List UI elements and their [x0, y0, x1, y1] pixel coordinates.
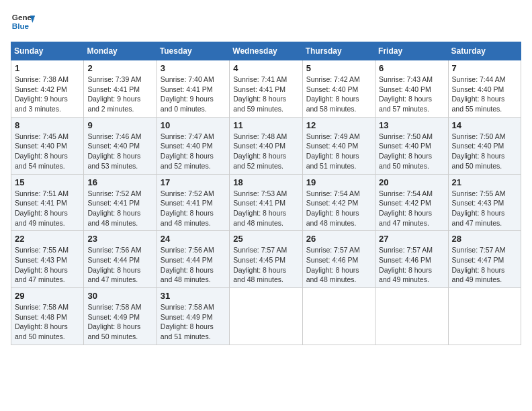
- day-number: 26: [306, 234, 371, 244]
- sunrise-label: Sunrise: 7:56 AM: [87, 246, 141, 254]
- calendar-week-row: 29 Sunrise: 7:58 AM Sunset: 4:48 PM Dayl…: [11, 288, 521, 345]
- sunset-label: Sunset: 4:44 PM: [161, 256, 213, 264]
- day-info: Sunrise: 7:57 AM Sunset: 4:46 PM Dayligh…: [379, 245, 444, 285]
- day-number: 4: [233, 63, 298, 73]
- calendar-cell: 17 Sunrise: 7:52 AM Sunset: 4:41 PM Dayl…: [157, 174, 229, 231]
- sunrise-label: Sunrise: 7:41 AM: [233, 75, 287, 83]
- sunset-label: Sunset: 4:40 PM: [452, 142, 504, 150]
- day-info: Sunrise: 7:57 AM Sunset: 4:46 PM Dayligh…: [306, 245, 371, 285]
- sunset-label: Sunset: 4:43 PM: [15, 256, 67, 264]
- calendar-cell: 16 Sunrise: 7:52 AM Sunset: 4:41 PM Dayl…: [84, 174, 157, 231]
- day-info: Sunrise: 7:55 AM Sunset: 4:43 PM Dayligh…: [452, 189, 517, 228]
- daylight-label: Daylight: 8 hours and 47 minutes.: [379, 209, 432, 227]
- sunset-label: Sunset: 4:49 PM: [161, 313, 213, 321]
- day-number: 28: [452, 234, 517, 244]
- calendar-cell: 8 Sunrise: 7:45 AM Sunset: 4:40 PM Dayli…: [11, 117, 84, 174]
- day-number: 2: [87, 63, 152, 73]
- daylight-label: Daylight: 9 hours and 0 minutes.: [161, 95, 214, 113]
- day-info: Sunrise: 7:54 AM Sunset: 4:42 PM Dayligh…: [306, 189, 371, 228]
- sunset-label: Sunset: 4:47 PM: [452, 256, 504, 264]
- daylight-label: Daylight: 8 hours and 49 minutes.: [15, 209, 68, 227]
- day-number: 24: [161, 234, 226, 244]
- day-info: Sunrise: 7:56 AM Sunset: 4:44 PM Dayligh…: [87, 245, 152, 285]
- sunrise-label: Sunrise: 7:51 AM: [15, 189, 69, 197]
- sunrise-label: Sunrise: 7:52 AM: [161, 189, 214, 197]
- day-info: Sunrise: 7:50 AM Sunset: 4:40 PM Dayligh…: [379, 132, 444, 171]
- sunset-label: Sunset: 4:45 PM: [233, 256, 285, 264]
- day-info: Sunrise: 7:55 AM Sunset: 4:43 PM Dayligh…: [15, 245, 80, 285]
- calendar-cell: 4 Sunrise: 7:41 AM Sunset: 4:41 PM Dayli…: [230, 60, 302, 118]
- sunset-label: Sunset: 4:40 PM: [379, 85, 431, 93]
- daylight-label: Daylight: 9 hours and 2 minutes.: [87, 95, 140, 113]
- calendar-cell: 24 Sunrise: 7:56 AM Sunset: 4:44 PM Dayl…: [157, 231, 229, 288]
- day-number: 13: [379, 120, 444, 130]
- daylight-label: Daylight: 8 hours and 47 minutes.: [452, 209, 505, 227]
- sunrise-label: Sunrise: 7:46 AM: [87, 132, 141, 140]
- logo: General Blue: [11, 11, 35, 35]
- daylight-label: Daylight: 8 hours and 48 minutes.: [161, 266, 214, 284]
- daylight-label: Daylight: 8 hours and 50 minutes.: [452, 152, 505, 170]
- daylight-label: Daylight: 8 hours and 47 minutes.: [87, 266, 140, 284]
- calendar-cell: 20 Sunrise: 7:54 AM Sunset: 4:42 PM Dayl…: [375, 174, 448, 231]
- day-info: Sunrise: 7:53 AM Sunset: 4:41 PM Dayligh…: [233, 189, 298, 228]
- day-info: Sunrise: 7:58 AM Sunset: 4:48 PM Dayligh…: [15, 302, 80, 342]
- day-info: Sunrise: 7:50 AM Sunset: 4:40 PM Dayligh…: [452, 132, 517, 171]
- day-info: Sunrise: 7:52 AM Sunset: 4:41 PM Dayligh…: [87, 189, 152, 228]
- day-number: 8: [15, 120, 80, 130]
- daylight-label: Daylight: 8 hours and 48 minutes.: [161, 209, 214, 227]
- sunrise-label: Sunrise: 7:48 AM: [233, 132, 287, 140]
- day-number: 5: [306, 63, 371, 73]
- sunrise-label: Sunrise: 7:55 AM: [15, 246, 69, 254]
- calendar-cell: 3 Sunrise: 7:40 AM Sunset: 4:41 PM Dayli…: [157, 60, 229, 118]
- day-number: 3: [161, 63, 226, 73]
- calendar-week-row: 22 Sunrise: 7:55 AM Sunset: 4:43 PM Dayl…: [11, 231, 521, 288]
- day-number: 1: [15, 63, 80, 73]
- sunrise-label: Sunrise: 7:54 AM: [379, 189, 433, 197]
- sunset-label: Sunset: 4:44 PM: [87, 256, 140, 264]
- sunset-label: Sunset: 4:40 PM: [15, 142, 67, 150]
- sunrise-label: Sunrise: 7:56 AM: [161, 246, 214, 254]
- col-header-sunday: Sunday: [11, 42, 84, 60]
- calendar-cell: 18 Sunrise: 7:53 AM Sunset: 4:41 PM Dayl…: [230, 174, 302, 231]
- sunrise-label: Sunrise: 7:53 AM: [233, 189, 287, 197]
- sunrise-label: Sunrise: 7:44 AM: [452, 75, 506, 83]
- day-info: Sunrise: 7:51 AM Sunset: 4:41 PM Dayligh…: [15, 189, 80, 228]
- sunrise-label: Sunrise: 7:58 AM: [87, 303, 141, 311]
- sunset-label: Sunset: 4:41 PM: [233, 199, 285, 207]
- day-number: 9: [87, 120, 152, 130]
- sunrise-label: Sunrise: 7:50 AM: [379, 132, 433, 140]
- col-header-tuesday: Tuesday: [157, 42, 229, 60]
- calendar-cell: 9 Sunrise: 7:46 AM Sunset: 4:40 PM Dayli…: [84, 117, 157, 174]
- daylight-label: Daylight: 8 hours and 50 minutes.: [379, 152, 432, 170]
- day-info: Sunrise: 7:54 AM Sunset: 4:42 PM Dayligh…: [379, 189, 444, 228]
- sunrise-label: Sunrise: 7:45 AM: [15, 132, 69, 140]
- day-number: 27: [379, 234, 444, 244]
- day-info: Sunrise: 7:58 AM Sunset: 4:49 PM Dayligh…: [161, 302, 226, 342]
- sunrise-label: Sunrise: 7:50 AM: [452, 132, 506, 140]
- day-info: Sunrise: 7:42 AM Sunset: 4:40 PM Dayligh…: [306, 75, 371, 114]
- day-info: Sunrise: 7:44 AM Sunset: 4:40 PM Dayligh…: [452, 75, 517, 114]
- day-number: 23: [87, 234, 152, 244]
- sunset-label: Sunset: 4:42 PM: [15, 85, 67, 93]
- sunset-label: Sunset: 4:46 PM: [379, 256, 431, 264]
- col-header-wednesday: Wednesday: [230, 42, 302, 60]
- day-number: 7: [452, 63, 517, 73]
- day-number: 16: [87, 177, 152, 187]
- day-info: Sunrise: 7:57 AM Sunset: 4:47 PM Dayligh…: [452, 245, 517, 285]
- calendar-week-row: 8 Sunrise: 7:45 AM Sunset: 4:40 PM Dayli…: [11, 117, 521, 174]
- daylight-label: Daylight: 8 hours and 52 minutes.: [161, 152, 214, 170]
- calendar-cell: 19 Sunrise: 7:54 AM Sunset: 4:42 PM Dayl…: [302, 174, 375, 231]
- day-number: 10: [161, 120, 226, 130]
- day-number: 29: [15, 291, 80, 301]
- day-info: Sunrise: 7:48 AM Sunset: 4:40 PM Dayligh…: [233, 132, 298, 171]
- daylight-label: Daylight: 8 hours and 48 minutes.: [233, 209, 286, 227]
- calendar-cell: 11 Sunrise: 7:48 AM Sunset: 4:40 PM Dayl…: [230, 117, 302, 174]
- calendar-cell: [375, 288, 448, 345]
- sunrise-label: Sunrise: 7:52 AM: [87, 189, 141, 197]
- sunset-label: Sunset: 4:40 PM: [306, 85, 359, 93]
- day-number: 15: [15, 177, 80, 187]
- daylight-label: Daylight: 8 hours and 54 minutes.: [15, 152, 68, 170]
- sunrise-label: Sunrise: 7:39 AM: [87, 75, 141, 83]
- day-info: Sunrise: 7:56 AM Sunset: 4:44 PM Dayligh…: [161, 245, 226, 285]
- calendar-cell: 25 Sunrise: 7:57 AM Sunset: 4:45 PM Dayl…: [230, 231, 302, 288]
